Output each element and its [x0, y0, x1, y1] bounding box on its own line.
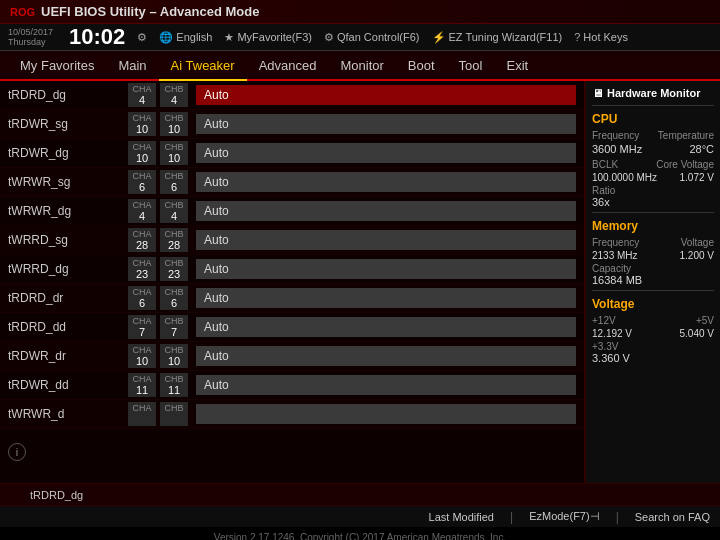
- footer: Version 2.17.1246. Copyright (C) 2017 Am…: [0, 527, 720, 540]
- nav-advanced[interactable]: Advanced: [247, 50, 329, 80]
- setting-row[interactable]: tRDWR_ddCHA11CHB11Auto: [0, 371, 584, 400]
- setting-row[interactable]: tWRRD_sgCHA28CHB28Auto: [0, 226, 584, 255]
- hot-keys-button[interactable]: ? Hot Keys: [574, 31, 628, 43]
- rog-logo: ROG: [10, 6, 35, 18]
- cha-chb-group: CHA7CHB7: [128, 315, 188, 339]
- cpu-freq-value-row: 3600 MHz 28°C: [592, 143, 714, 157]
- favorite-label: MyFavorite(F3): [237, 31, 312, 43]
- setting-value[interactable]: Auto: [196, 375, 576, 395]
- cha-chb-group: CHA CHB: [128, 402, 188, 426]
- setting-value[interactable]: Auto: [196, 259, 576, 279]
- setting-name: tRDRD_dd: [8, 320, 128, 334]
- cha-chb-group: CHA6CHB6: [128, 286, 188, 310]
- v12-label: +12V: [592, 315, 616, 326]
- language-icon: 🌐: [159, 31, 173, 44]
- setting-value[interactable]: Auto: [196, 85, 576, 105]
- title-bar: ROG UEFI BIOS Utility – Advanced Mode: [0, 0, 720, 24]
- setting-value[interactable]: Auto: [196, 172, 576, 192]
- setting-name: tWRRD_dg: [8, 262, 128, 276]
- qfan-label: Qfan Control(F6): [337, 31, 420, 43]
- cpu-freq-label: Frequency: [592, 130, 639, 141]
- cpu-freq-row: Frequency Temperature: [592, 130, 714, 141]
- mem-freq-value: 2133 MHz: [592, 250, 638, 261]
- setting-value[interactable]: Auto: [196, 114, 576, 134]
- info-icon[interactable]: i: [8, 443, 26, 461]
- ez-mode-button[interactable]: EzMode(F7)⊣: [529, 510, 600, 523]
- setting-name: tWRWR_dg: [8, 204, 128, 218]
- mem-cap-value: 16384 MB: [592, 274, 714, 286]
- mem-freq-label: Frequency: [592, 237, 639, 248]
- nav-ai-tweaker[interactable]: Ai Tweaker: [159, 51, 247, 81]
- bottom-bar: Last Modified | EzMode(F7)⊣ | Search on …: [0, 505, 720, 527]
- v12-value-row: 12.192 V 5.040 V: [592, 328, 714, 339]
- v33-label: +3.3V: [592, 341, 714, 352]
- cpu-bclk-row: BCLK Core Voltage: [592, 159, 714, 170]
- nav-monitor[interactable]: Monitor: [329, 50, 396, 80]
- v5-label: +5V: [696, 315, 714, 326]
- cha-chb-group: CHA10CHB10: [128, 344, 188, 368]
- setting-value[interactable]: [196, 404, 576, 424]
- setting-name: tWRWR_d: [8, 407, 128, 421]
- setting-value[interactable]: Auto: [196, 317, 576, 337]
- setting-name: tWRRD_sg: [8, 233, 128, 247]
- nav-tool[interactable]: Tool: [447, 50, 495, 80]
- search-faq-button[interactable]: Search on FAQ: [635, 511, 710, 523]
- mem-freq-value-row: 2133 MHz 1.200 V: [592, 250, 714, 261]
- cha-chb-group: CHA23CHB23: [128, 257, 188, 281]
- cha-chb-group: CHA4CHB4: [128, 199, 188, 223]
- setting-row[interactable]: tRDRD_dgCHA4CHB4Auto: [0, 81, 584, 110]
- setting-value[interactable]: Auto: [196, 346, 576, 366]
- nav-exit[interactable]: Exit: [494, 50, 540, 80]
- setting-value[interactable]: Auto: [196, 230, 576, 250]
- page-title: UEFI BIOS Utility – Advanced Mode: [41, 4, 259, 19]
- time-display: 10:02: [69, 26, 125, 48]
- day-display: Thursday: [8, 37, 53, 47]
- settings-gear-icon[interactable]: ⚙: [137, 31, 147, 44]
- footer-text: Version 2.17.1246. Copyright (C) 2017 Am…: [214, 532, 506, 541]
- setting-name: tRDWR_sg: [8, 117, 128, 131]
- cha-chb-group: CHA28CHB28: [128, 228, 188, 252]
- cpu-section-title: CPU: [592, 112, 714, 126]
- setting-row[interactable]: tRDWR_sgCHA10CHB10Auto: [0, 110, 584, 139]
- mem-freq-row: Frequency Voltage: [592, 237, 714, 248]
- setting-value[interactable]: Auto: [196, 143, 576, 163]
- bclk-label: BCLK: [592, 159, 618, 170]
- nav-boot[interactable]: Boot: [396, 50, 447, 80]
- cpu-freq-value: 3600 MHz: [592, 143, 642, 155]
- memory-section-title: Memory: [592, 219, 714, 233]
- setting-row[interactable]: tRDWR_dgCHA10CHB10Auto: [0, 139, 584, 168]
- cha-chb-group: CHA6CHB6: [128, 170, 188, 194]
- tuning-icon: ⚡: [432, 31, 446, 44]
- voltage-section-title: Voltage: [592, 297, 714, 311]
- nav-my-favorites[interactable]: My Favorites: [8, 50, 106, 80]
- bclk-value: 100.0000 MHz: [592, 172, 657, 183]
- core-volt-value: 1.072 V: [680, 172, 714, 183]
- qfan-control-button[interactable]: ⚙ Qfan Control(F6): [324, 31, 420, 44]
- last-modified-button[interactable]: Last Modified: [429, 511, 494, 523]
- setting-row[interactable]: tRDRD_drCHA6CHB6Auto: [0, 284, 584, 313]
- setting-row[interactable]: tRDWR_drCHA10CHB10Auto: [0, 342, 584, 371]
- language-selector[interactable]: 🌐 English: [159, 31, 212, 44]
- v12-row: +12V +5V: [592, 315, 714, 326]
- setting-name: tWRWR_sg: [8, 175, 128, 189]
- cpu-temp-label: Temperature: [658, 130, 714, 141]
- mem-volt-value: 1.200 V: [680, 250, 714, 261]
- setting-value[interactable]: Auto: [196, 288, 576, 308]
- ez-tuning-button[interactable]: ⚡ EZ Tuning Wizard(F11): [432, 31, 563, 44]
- setting-row[interactable]: tWRWR_dgCHA4CHB4Auto: [0, 197, 584, 226]
- language-label: English: [176, 31, 212, 43]
- nav-bar: My Favorites Main Ai Tweaker Advanced Mo…: [0, 51, 720, 81]
- hotkeys-icon: ?: [574, 31, 580, 43]
- setting-row[interactable]: tWRRD_dgCHA23CHB23Auto: [0, 255, 584, 284]
- info-bar: 10/05/2017 Thursday 10:02 ⚙ 🌐 English ★ …: [0, 24, 720, 51]
- ratio-value: 36x: [592, 196, 714, 208]
- setting-row[interactable]: tRDRD_ddCHA7CHB7Auto: [0, 313, 584, 342]
- ez-tuning-label: EZ Tuning Wizard(F11): [449, 31, 563, 43]
- my-favorite-button[interactable]: ★ MyFavorite(F3): [224, 31, 312, 44]
- mem-volt-label: Voltage: [681, 237, 714, 248]
- setting-row[interactable]: tWRWR_dCHA CHB: [0, 400, 584, 429]
- nav-main[interactable]: Main: [106, 50, 158, 80]
- setting-row[interactable]: tWRWR_sgCHA6CHB6Auto: [0, 168, 584, 197]
- setting-value[interactable]: Auto: [196, 201, 576, 221]
- setting-name: tRDRD_dr: [8, 291, 128, 305]
